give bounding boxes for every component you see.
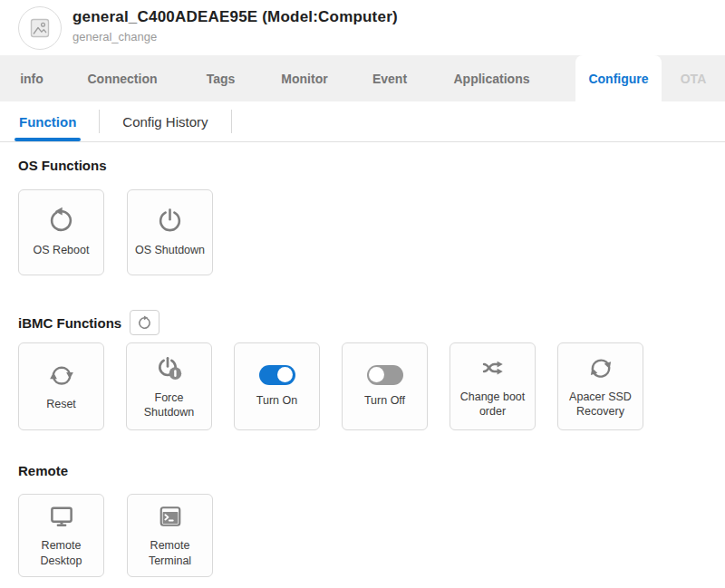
os-shutdown-button[interactable]: OS Shutdown [127,189,213,275]
power-icon [156,207,184,235]
subtab-divider [99,110,100,133]
subtab-divider [231,110,232,133]
card-label: Apacer SSD Recovery [558,390,643,419]
change-boot-order-button[interactable]: Change boot order [450,342,536,430]
ibmc-refresh-button[interactable] [130,310,160,335]
toggle-knob [277,367,293,382]
terminal-icon [157,503,184,530]
section-title-remote: Remote [18,463,68,478]
card-label: Remote Terminal [128,538,212,568]
section-title-ibmc-functions: iBMC Functions [18,315,121,331]
remote-desktop-button[interactable]: Remote Desktop [18,494,104,577]
force-shutdown-icon [155,353,184,382]
refresh-icon [137,315,152,331]
card-label: Turn On [252,393,302,408]
force-shutdown-button[interactable]: Force Shutdown [126,342,212,430]
sync-icon [48,361,75,389]
toggle-off-switch[interactable] [367,365,403,385]
ssd-recovery-icon [587,354,614,381]
turn-off-button[interactable]: Turn Off [342,342,428,430]
card-label: OS Reboot [29,243,94,257]
tab-connection[interactable]: Connection [63,55,181,101]
subtab-function[interactable]: Function [16,101,79,141]
tab-monitor[interactable]: Monitor [260,55,349,101]
page-subtitle: general_change [72,30,398,43]
remote-row: Remote Desktop Remote Terminal [18,494,707,577]
sub-tab-bar: Function Config History [0,101,725,142]
shuffle-icon [479,354,507,381]
device-avatar [18,6,62,50]
page-title: general_C400ADEAE95E (Model:Computer) [72,8,398,26]
card-label: Turn Off [360,393,410,408]
os-reboot-button[interactable]: OS Reboot [18,189,104,275]
reboot-icon [47,207,75,235]
ibmc-functions-row: Reset Force Shutdown Turn On Turn Off [18,342,707,430]
device-header: general_C400ADEAE95E (Model:Computer) ge… [0,0,725,55]
function-panel: OS Functions OS Reboot OS Shutdown iBMC … [0,158,725,577]
remote-terminal-button[interactable]: Remote Terminal [127,494,213,577]
card-label: Reset [42,397,81,411]
card-label: Remote Desktop [19,538,103,568]
tab-tags[interactable]: Tags [181,55,260,101]
os-functions-row: OS Reboot OS Shutdown [18,189,707,275]
toggle-knob [369,367,384,382]
card-label: OS Shutdown [130,243,209,257]
card-label: Force Shutdown [127,390,211,420]
reset-button[interactable]: Reset [18,342,104,430]
tab-info[interactable]: info [0,55,63,101]
tab-event[interactable]: Event [349,55,430,101]
image-placeholder-icon [29,17,51,39]
turn-on-button[interactable]: Turn On [234,342,320,430]
tab-bar: info Connection Tags Monitor Event Appli… [0,55,725,101]
apacer-ssd-recovery-button[interactable]: Apacer SSD Recovery [557,342,643,430]
subtab-config-history[interactable]: Config History [120,101,210,141]
tab-ota[interactable]: OTA [662,55,725,101]
monitor-icon [48,503,75,530]
card-label: Change boot order [450,390,535,419]
tab-configure[interactable]: Configure [575,55,662,101]
toggle-on-switch[interactable] [259,365,295,385]
section-title-os-functions: OS Functions [18,158,107,173]
tab-applications[interactable]: Applications [430,55,553,101]
